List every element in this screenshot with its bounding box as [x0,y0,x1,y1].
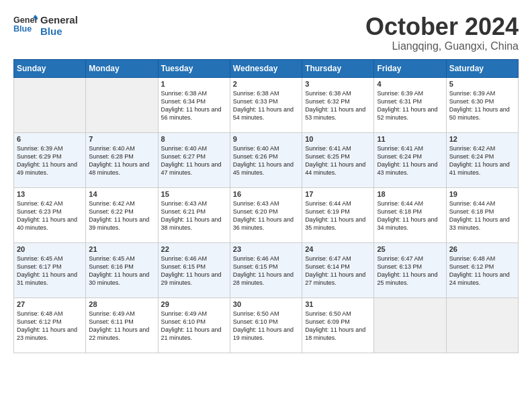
weekday-header: Wednesday [230,59,302,77]
logo-icon: General Blue [13,13,38,38]
calendar-cell: 5Sunrise: 6:39 AMSunset: 6:30 PMDaylight… [446,77,518,132]
day-info: Sunrise: 6:45 AMSunset: 6:17 PMDaylight:… [17,255,83,287]
calendar-table: SundayMondayTuesdayWednesdayThursdayFrid… [13,59,519,353]
calendar-cell: 21Sunrise: 6:45 AMSunset: 6:16 PMDayligh… [86,242,158,298]
day-number: 7 [89,135,154,143]
day-number: 22 [161,245,227,253]
weekday-header: Monday [86,59,158,77]
calendar-cell: 18Sunrise: 6:44 AMSunset: 6:18 PMDayligh… [374,187,446,242]
calendar-cell: 28Sunrise: 6:49 AMSunset: 6:11 PMDayligh… [86,298,158,353]
day-info: Sunrise: 6:48 AMSunset: 6:12 PMDaylight:… [17,310,83,342]
day-info: Sunrise: 6:43 AMSunset: 6:20 PMDaylight:… [233,199,299,232]
day-info: Sunrise: 6:38 AMSunset: 6:33 PMDaylight:… [233,89,299,122]
calendar-cell: 6Sunrise: 6:39 AMSunset: 6:29 PMDaylight… [14,132,86,187]
day-number: 30 [233,300,299,308]
calendar-cell: 31Sunrise: 6:50 AMSunset: 6:09 PMDayligh… [302,298,374,353]
calendar-cell: 25Sunrise: 6:47 AMSunset: 6:13 PMDayligh… [374,242,446,298]
calendar-cell: 16Sunrise: 6:43 AMSunset: 6:20 PMDayligh… [230,187,302,242]
calendar-cell: 3Sunrise: 6:38 AMSunset: 6:32 PMDaylight… [302,77,374,132]
day-number: 26 [449,245,515,253]
day-info: Sunrise: 6:43 AMSunset: 6:21 PMDaylight:… [161,199,227,232]
day-info: Sunrise: 6:46 AMSunset: 6:15 PMDaylight:… [233,255,299,287]
day-number: 17 [305,190,371,198]
calendar-cell: 15Sunrise: 6:43 AMSunset: 6:21 PMDayligh… [158,187,230,242]
day-number: 9 [233,135,299,143]
day-info: Sunrise: 6:40 AMSunset: 6:26 PMDaylight:… [233,144,299,177]
day-info: Sunrise: 6:38 AMSunset: 6:32 PMDaylight:… [305,89,371,122]
location-subtitle: Liangqing, Guangxi, China [365,40,519,52]
calendar-cell: 12Sunrise: 6:42 AMSunset: 6:24 PMDayligh… [446,132,518,187]
day-number: 1 [161,80,227,88]
day-number: 6 [17,135,83,143]
day-number: 14 [89,190,154,198]
day-number: 15 [161,190,227,198]
calendar-cell: 7Sunrise: 6:40 AMSunset: 6:28 PMDaylight… [86,132,158,187]
day-info: Sunrise: 6:45 AMSunset: 6:16 PMDaylight:… [89,255,154,287]
day-number: 12 [449,135,515,143]
month-title: October 2024 [365,13,519,40]
calendar-cell: 8Sunrise: 6:40 AMSunset: 6:27 PMDaylight… [158,132,230,187]
weekday-header: Saturday [446,59,518,77]
day-number: 20 [17,245,83,253]
day-info: Sunrise: 6:44 AMSunset: 6:18 PMDaylight:… [449,199,515,232]
day-number: 13 [17,190,83,198]
day-info: Sunrise: 6:42 AMSunset: 6:22 PMDaylight:… [89,199,154,232]
day-info: Sunrise: 6:49 AMSunset: 6:10 PMDaylight:… [161,310,227,342]
day-number: 28 [89,300,154,308]
day-number: 3 [305,80,371,88]
day-info: Sunrise: 6:50 AMSunset: 6:10 PMDaylight:… [233,310,299,342]
day-number: 27 [17,300,83,308]
weekday-header: Tuesday [158,59,230,77]
day-info: Sunrise: 6:38 AMSunset: 6:34 PMDaylight:… [161,89,227,122]
calendar-week-row: 13Sunrise: 6:42 AMSunset: 6:23 PMDayligh… [14,187,519,242]
svg-text:Blue: Blue [13,24,32,34]
calendar-cell: 19Sunrise: 6:44 AMSunset: 6:18 PMDayligh… [446,187,518,242]
day-number: 21 [89,245,154,253]
calendar-cell: 27Sunrise: 6:48 AMSunset: 6:12 PMDayligh… [14,298,86,353]
calendar-cell [86,77,158,132]
calendar-cell: 13Sunrise: 6:42 AMSunset: 6:23 PMDayligh… [14,187,86,242]
calendar-cell: 17Sunrise: 6:44 AMSunset: 6:19 PMDayligh… [302,187,374,242]
day-info: Sunrise: 6:48 AMSunset: 6:12 PMDaylight:… [449,255,515,287]
calendar-cell: 14Sunrise: 6:42 AMSunset: 6:22 PMDayligh… [86,187,158,242]
day-info: Sunrise: 6:49 AMSunset: 6:11 PMDaylight:… [89,310,154,342]
day-number: 11 [377,135,443,143]
calendar-cell: 20Sunrise: 6:45 AMSunset: 6:17 PMDayligh… [14,242,86,298]
day-number: 10 [305,135,371,143]
day-info: Sunrise: 6:39 AMSunset: 6:31 PMDaylight:… [377,89,443,122]
logo: General Blue General Blue [13,13,78,38]
day-number: 18 [377,190,443,198]
calendar-cell [446,298,518,353]
day-info: Sunrise: 6:40 AMSunset: 6:27 PMDaylight:… [161,144,227,177]
calendar-week-row: 1Sunrise: 6:38 AMSunset: 6:34 PMDaylight… [14,77,519,132]
calendar-cell: 1Sunrise: 6:38 AMSunset: 6:34 PMDaylight… [158,77,230,132]
day-number: 25 [377,245,443,253]
calendar-cell [14,77,86,132]
day-info: Sunrise: 6:44 AMSunset: 6:19 PMDaylight:… [305,199,371,232]
day-info: Sunrise: 6:47 AMSunset: 6:13 PMDaylight:… [377,255,443,287]
calendar-cell: 29Sunrise: 6:49 AMSunset: 6:10 PMDayligh… [158,298,230,353]
calendar-cell: 24Sunrise: 6:47 AMSunset: 6:14 PMDayligh… [302,242,374,298]
calendar-cell: 4Sunrise: 6:39 AMSunset: 6:31 PMDaylight… [374,77,446,132]
day-number: 4 [377,80,443,88]
day-number: 5 [449,80,515,88]
weekday-header-row: SundayMondayTuesdayWednesdayThursdayFrid… [14,59,519,77]
calendar-cell: 11Sunrise: 6:41 AMSunset: 6:24 PMDayligh… [374,132,446,187]
weekday-header: Sunday [14,59,86,77]
day-number: 29 [161,300,227,308]
day-number: 2 [233,80,299,88]
weekday-header: Friday [374,59,446,77]
day-info: Sunrise: 6:50 AMSunset: 6:09 PMDaylight:… [305,310,371,342]
calendar-cell: 10Sunrise: 6:41 AMSunset: 6:25 PMDayligh… [302,132,374,187]
logo-line2: Blue [40,26,78,37]
day-info: Sunrise: 6:47 AMSunset: 6:14 PMDaylight:… [305,255,371,287]
calendar-cell: 23Sunrise: 6:46 AMSunset: 6:15 PMDayligh… [230,242,302,298]
calendar-cell [374,298,446,353]
calendar-week-row: 6Sunrise: 6:39 AMSunset: 6:29 PMDaylight… [14,132,519,187]
day-info: Sunrise: 6:40 AMSunset: 6:28 PMDaylight:… [89,144,154,177]
logo-line1: General [40,14,78,26]
title-block: October 2024 Liangqing, Guangxi, China [365,13,519,52]
day-info: Sunrise: 6:41 AMSunset: 6:25 PMDaylight:… [305,144,371,177]
calendar-cell: 26Sunrise: 6:48 AMSunset: 6:12 PMDayligh… [446,242,518,298]
calendar-cell: 2Sunrise: 6:38 AMSunset: 6:33 PMDaylight… [230,77,302,132]
